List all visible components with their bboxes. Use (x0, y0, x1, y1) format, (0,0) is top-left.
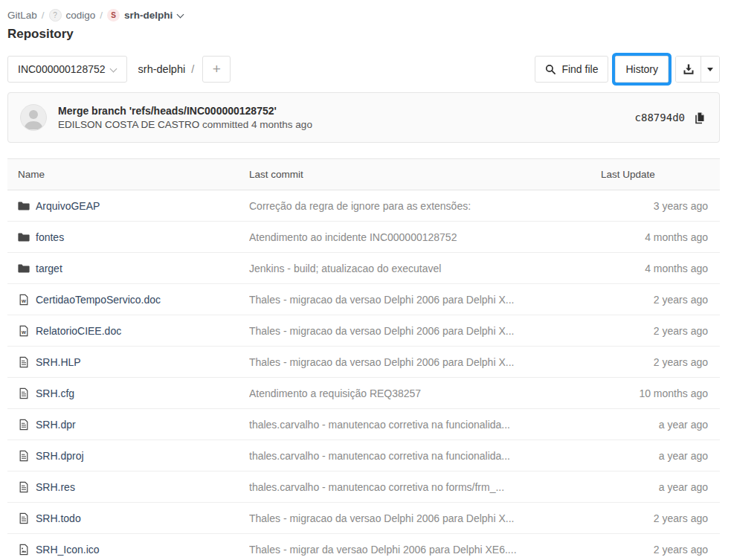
file-row[interactable]: SRH.dpr thales.carvalho - manutencao cor… (7, 409, 720, 440)
file-name-link[interactable]: SRH.todo (36, 512, 81, 524)
last-update-text: 2 years ago (601, 534, 720, 560)
find-file-label: Find file (561, 63, 598, 75)
last-update-text: a year ago (601, 409, 720, 440)
commit-title-link[interactable]: Merge branch 'refs/heads/INC000000128752… (58, 105, 635, 117)
file-row[interactable]: fontes Atendimento ao incidente INC00000… (7, 222, 720, 253)
file-name-link[interactable]: SRH_Icon.ico (36, 544, 100, 556)
breadcrumb-separator: / (42, 10, 45, 21)
commit-message-link[interactable]: thales.carvalho - manutencao corretiva n… (249, 419, 510, 431)
copy-icon (694, 112, 706, 124)
file-name-link[interactable]: target (36, 263, 62, 274)
file-name-link[interactable]: SRH.res (36, 481, 75, 493)
commit-message-link[interactable]: Atendimento a requisição REQ38257 (249, 387, 421, 399)
breadcrumb-link-codigo[interactable]: codigo (66, 10, 96, 21)
find-file-button[interactable]: Find file (535, 56, 608, 83)
breadcrumb-separator: / (100, 10, 103, 21)
commit-message-link[interactable]: Thales - migracao da versao Delphi 2006 … (249, 512, 514, 524)
file-name-link[interactable]: fontes (36, 231, 64, 243)
breadcrumb-link-srh-delphi[interactable]: srh-delphi (124, 10, 173, 21)
project-avatar-icon: S (107, 9, 120, 22)
last-update-text: 2 years ago (601, 503, 720, 534)
commit-message-link[interactable]: thales.carvalho - manutencao corretiva n… (249, 481, 504, 493)
commit-message-link[interactable]: thales.carvalho - manutencao corretiva n… (249, 450, 510, 462)
avatar (20, 104, 47, 131)
file-row[interactable]: wCertidaoTempoServico.doc Thales - migra… (7, 284, 720, 315)
repository-page: GitLab / ? codigo / S srh-delphi Reposit… (0, 0, 731, 560)
folder-icon (18, 200, 30, 212)
last-commit-panel: Merge branch 'refs/heads/INC000000128752… (7, 92, 720, 143)
folder-icon (18, 231, 30, 243)
file-name-link[interactable]: CertidaoTempoServico.doc (36, 294, 161, 306)
commit-info: Merge branch 'refs/heads/INC000000128752… (58, 105, 635, 130)
commit-message-link[interactable]: Thales - migracao da versao Delphi 2006 … (249, 356, 514, 368)
word-doc-icon: w (18, 294, 30, 306)
text-file-icon (18, 512, 30, 524)
file-table-body: ArquivoGEAP Correção da regra de ignore … (7, 190, 720, 560)
repo-toolbar: INC000000128752 srh-delphi / + Find file… (7, 56, 720, 83)
file-name-link[interactable]: ArquivoGEAP (36, 200, 100, 212)
last-update-text: 10 months ago (601, 378, 720, 409)
file-row[interactable]: SRH.HLP Thales - migracao da versao Delp… (7, 347, 720, 378)
file-row[interactable]: wRelatorioCIEE.doc Thales - migracao da … (7, 315, 720, 347)
commit-author-link[interactable]: EDILSON COSTA DE CASTRO (58, 119, 199, 130)
branch-selector[interactable]: INC000000128752 (7, 56, 127, 83)
commit-message-link[interactable]: Thales - migrar da versao Delphi 2006 pa… (249, 544, 517, 556)
text-file-icon (18, 356, 30, 368)
text-file-icon (18, 387, 30, 399)
search-icon (545, 64, 556, 75)
file-table-header-row: Name Last commit Last Update (7, 159, 720, 190)
commit-message-link[interactable]: Atendimento ao incidente INC000000128752 (249, 231, 457, 243)
commit-message-link[interactable]: Correção da regra de ignore para as exte… (249, 200, 471, 212)
column-header-last-update: Last Update (601, 159, 720, 190)
caret-down-icon (707, 68, 713, 71)
column-header-last-commit: Last commit (249, 159, 601, 190)
add-file-button[interactable]: + (202, 56, 231, 83)
last-update-text: 2 years ago (601, 284, 720, 315)
word-doc-icon: w (18, 325, 30, 337)
file-name-link[interactable]: SRH.dpr (36, 419, 76, 431)
commit-message-link[interactable]: Jenkins - build; atualizacao do executav… (249, 263, 441, 274)
download-icon (683, 63, 695, 75)
file-row[interactable]: SRH.cfg Atendimento a requisição REQ3825… (7, 378, 720, 409)
file-name-link[interactable]: SRH.dproj (36, 450, 84, 462)
repo-path: srh-delphi / (138, 63, 195, 75)
last-update-text: a year ago (601, 440, 720, 472)
file-row[interactable]: ArquivoGEAP Correção da regra de ignore … (7, 190, 720, 222)
repo-path-name: srh-delphi (138, 63, 186, 75)
copy-commit-sha-button[interactable] (692, 110, 707, 126)
breadcrumb-link-gitlab[interactable]: GitLab (7, 10, 37, 21)
commit-message-link[interactable]: Thales - migracao da versao Delphi 2006 … (249, 325, 514, 337)
file-table: Name Last commit Last Update ArquivoGEAP… (7, 158, 720, 560)
file-row[interactable]: SRH.dproj thales.carvalho - manutencao c… (7, 440, 720, 472)
group-avatar-icon: ? (49, 9, 62, 22)
file-name-link[interactable]: RelatorioCIEE.doc (36, 325, 121, 337)
download-split-button (675, 56, 720, 83)
commit-action-text: committed 4 months ago (202, 119, 312, 130)
last-update-text: 2 years ago (601, 347, 720, 378)
text-file-icon (18, 450, 30, 462)
repo-path-separator: / (191, 63, 194, 75)
file-row[interactable]: SRH.res thales.carvalho - manutencao cor… (7, 472, 720, 503)
commit-message-link[interactable]: Thales - migracao da versao Delphi 2006 … (249, 294, 514, 306)
history-button[interactable]: History (615, 56, 669, 83)
file-name-link[interactable]: SRH.cfg (36, 387, 74, 399)
last-update-text: 2 years ago (601, 315, 720, 347)
last-update-text: 4 months ago (601, 253, 720, 284)
chevron-down-icon (111, 66, 117, 72)
download-options-button[interactable] (701, 57, 719, 82)
breadcrumb: GitLab / ? codigo / S srh-delphi (7, 9, 720, 22)
svg-text:w: w (21, 328, 26, 335)
svg-text:w: w (21, 297, 26, 303)
file-row[interactable]: SRH_Icon.ico Thales - migrar da versao D… (7, 534, 720, 560)
commit-sha-area: c88794d0 (635, 110, 707, 126)
commit-meta: EDILSON COSTA DE CASTRO committed 4 mont… (58, 119, 635, 130)
download-button[interactable] (676, 57, 701, 82)
chevron-down-icon[interactable] (177, 10, 184, 17)
commit-sha: c88794d0 (635, 112, 685, 123)
file-name-link[interactable]: SRH.HLP (36, 356, 81, 368)
image-file-icon (18, 544, 30, 556)
page-title: Repository (7, 27, 720, 42)
last-update-text: 4 months ago (601, 222, 720, 253)
file-row[interactable]: target Jenkins - build; atualizacao do e… (7, 253, 720, 284)
file-row[interactable]: SRH.todo Thales - migracao da versao Del… (7, 503, 720, 534)
